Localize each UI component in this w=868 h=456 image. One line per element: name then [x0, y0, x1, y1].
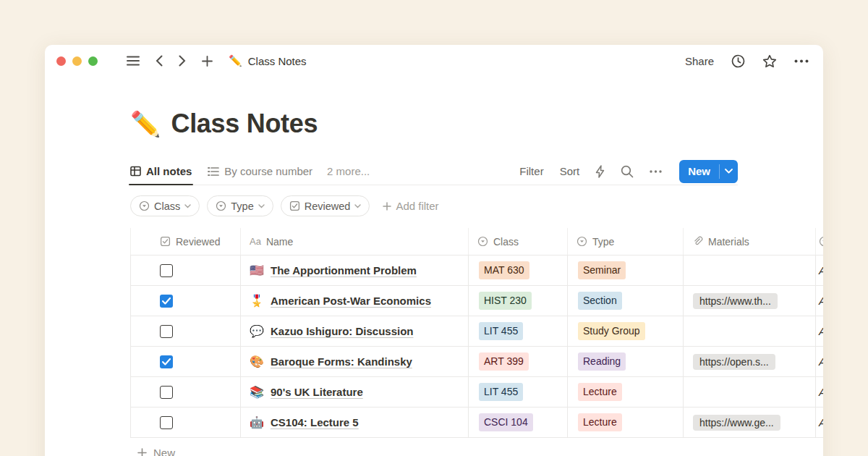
search-icon[interactable]: [621, 165, 634, 178]
traffic-lights: [56, 56, 98, 66]
filter-chip-label: Class: [154, 200, 180, 212]
cell-type[interactable]: Reading: [568, 347, 684, 376]
materials-link[interactable]: https://open.s...: [693, 354, 775, 370]
cell-partial: A: [816, 377, 823, 407]
tag-green: HIST 230: [479, 292, 532, 309]
cell-materials[interactable]: https://www.ge...: [684, 408, 816, 437]
table-header-row: ReviewedAaNameClassTypeMaterials: [130, 228, 823, 256]
sort-button[interactable]: Sort: [560, 165, 580, 177]
view-options-icon[interactable]: [650, 170, 662, 173]
add-filter-button[interactable]: Add filter: [383, 200, 438, 212]
cell-class[interactable]: CSCI 104: [469, 408, 568, 437]
notes-table: ReviewedAaNameClassTypeMaterials 🇺🇸The A…: [130, 228, 823, 456]
new-page-icon[interactable]: [202, 56, 213, 67]
tab-by-course-number[interactable]: By course number: [208, 158, 312, 185]
filter-chip-class[interactable]: Class: [130, 195, 200, 216]
column-header-name[interactable]: AaName: [241, 228, 469, 255]
cell-class[interactable]: ART 399: [469, 347, 568, 376]
note-title-link[interactable]: 90's UK Literature: [271, 386, 363, 398]
cell-materials[interactable]: https://open.s...: [684, 347, 816, 376]
note-title-link[interactable]: Kazuo Ishiguro: Discussion: [271, 325, 414, 337]
chevron-down-icon: [354, 204, 361, 208]
automation-bolt-icon[interactable]: [595, 165, 605, 178]
cell-type[interactable]: Study Group: [568, 316, 684, 346]
new-button[interactable]: New: [679, 160, 738, 183]
new-button-label[interactable]: New: [679, 160, 719, 183]
row-emoji-icon: 💬: [250, 326, 264, 337]
breadcrumb[interactable]: ✏️ Class Notes: [229, 54, 307, 67]
column-header-type[interactable]: Type: [568, 228, 684, 255]
share-button[interactable]: Share: [685, 55, 714, 67]
add-filter-label: Add filter: [396, 200, 438, 212]
checkbox-checked[interactable]: [160, 295, 173, 308]
note-title-link[interactable]: The Apportionment Problem: [271, 264, 417, 276]
cell-partial: A: [816, 256, 823, 285]
filter-chip-row: ClassTypeReviewed Add filter: [130, 195, 738, 216]
cell-class[interactable]: HIST 230: [469, 286, 568, 316]
column-header-materials[interactable]: Materials: [684, 228, 816, 255]
table-row: 🤖CS104: Lecture 5CSCI 104Lecturehttps://…: [130, 408, 823, 438]
tab-label: All notes: [146, 165, 192, 177]
checkbox-unchecked[interactable]: [160, 386, 173, 399]
cell-type[interactable]: Lecture: [568, 377, 684, 407]
materials-link[interactable]: https://www.ge...: [693, 415, 780, 431]
select-icon: [576, 236, 587, 247]
cell-class[interactable]: MAT 630: [469, 256, 568, 285]
tag-blue: Section: [578, 292, 622, 309]
checkbox-unchecked[interactable]: [160, 264, 173, 277]
forward-icon[interactable]: [179, 55, 186, 67]
note-title-link[interactable]: CS104: Lecture 5: [271, 416, 359, 428]
note-title-link[interactable]: American Post-War Economics: [271, 295, 431, 307]
table-body: 🇺🇸The Apportionment ProblemMAT 630Semina…: [130, 256, 823, 438]
close-window-button[interactable]: [56, 56, 66, 66]
materials-link[interactable]: https://www.th...: [693, 293, 778, 309]
row-emoji-icon: 📚: [250, 387, 264, 398]
new-button-chevron-down-icon[interactable]: [720, 160, 738, 183]
favorite-star-icon[interactable]: [762, 54, 777, 68]
cell-type[interactable]: Lecture: [568, 408, 684, 437]
column-header-label: Class: [493, 236, 519, 248]
zoom-window-button[interactable]: [88, 56, 98, 66]
checkbox-unchecked[interactable]: [160, 325, 173, 338]
cell-type[interactable]: Section: [568, 286, 684, 316]
minimize-window-button[interactable]: [72, 56, 82, 66]
more-tabs-button[interactable]: 2 more...: [327, 165, 370, 177]
select-icon: [139, 200, 150, 211]
filter-chip-type[interactable]: Type: [207, 195, 273, 216]
column-header-partial[interactable]: [816, 228, 823, 255]
breadcrumb-title: Class Notes: [248, 55, 307, 67]
active-tab-underline: [129, 184, 193, 186]
page-title[interactable]: Class Notes: [171, 109, 318, 139]
cell-type[interactable]: Seminar: [568, 256, 684, 285]
back-icon[interactable]: [156, 55, 163, 67]
app-window: ✏️ Class Notes Share ✏️ Class Notes: [45, 45, 823, 456]
cell-class[interactable]: LIT 455: [469, 377, 568, 407]
history-clock-icon[interactable]: [731, 54, 745, 68]
partial-cell-text: A: [819, 264, 823, 276]
paperclip-icon: [692, 236, 703, 247]
page-emoji[interactable]: ✏️: [130, 111, 161, 136]
cell-materials[interactable]: [684, 377, 816, 407]
select-icon: [477, 236, 488, 247]
sidebar-menu-icon[interactable]: [127, 56, 140, 66]
cell-materials[interactable]: https://www.th...: [684, 286, 816, 316]
cell-materials[interactable]: [684, 256, 816, 285]
column-header-class[interactable]: Class: [469, 228, 568, 255]
note-title-link[interactable]: Baroque Forms: Kandinsky: [271, 355, 412, 368]
more-options-icon[interactable]: [794, 59, 809, 63]
cell-reviewed: [130, 316, 241, 346]
cell-class[interactable]: LIT 455: [469, 316, 568, 346]
column-header-reviewed[interactable]: Reviewed: [130, 228, 241, 255]
new-row-button[interactable]: New: [130, 438, 823, 456]
filter-button[interactable]: Filter: [519, 165, 543, 177]
tag-purple: CSCI 104: [479, 413, 533, 431]
filter-chip-reviewed[interactable]: Reviewed: [281, 195, 370, 216]
partial-cell-text: A: [819, 325, 823, 337]
table-row: 🇺🇸The Apportionment ProblemMAT 630Semina…: [130, 256, 823, 286]
checkbox-checked[interactable]: [160, 355, 173, 368]
partial-cell-text: A: [819, 295, 823, 307]
cell-materials[interactable]: [684, 316, 816, 346]
checkbox-unchecked[interactable]: [160, 416, 173, 429]
cell-reviewed: [130, 347, 241, 376]
tab-all-notes[interactable]: All notes: [130, 158, 192, 185]
